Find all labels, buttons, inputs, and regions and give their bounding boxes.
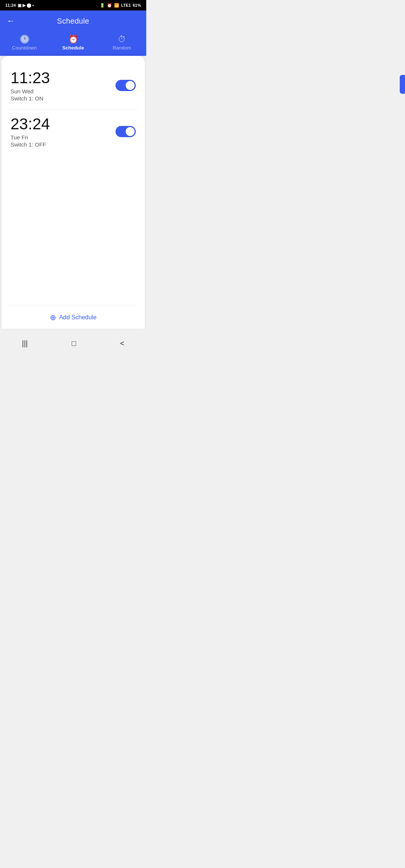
schedule-days-2: Tue Fri xyxy=(10,134,116,141)
schedule-item-1: 11:23 Sun Wed Switch 1: ON xyxy=(9,63,137,109)
page-title: Schedule xyxy=(57,17,89,25)
home-button[interactable]: □ xyxy=(64,337,84,350)
countdown-icon: 🕐 xyxy=(20,35,30,43)
battery-icon: 🔋 xyxy=(100,3,105,8)
toggle-thumb-1 xyxy=(126,81,135,90)
status-right: 🔋 ⏰ 📶 LTE1 61% xyxy=(100,3,141,8)
status-bar: 11:24 ▣ ▶ ⬤ • 🔋 ⏰ 📶 LTE1 61% xyxy=(0,0,146,10)
schedule-switch-label-1: Switch 1: ON xyxy=(10,95,116,102)
schedule-days-1: Sun Wed xyxy=(10,88,116,94)
tab-countdown-label: Countdown xyxy=(12,45,37,51)
schedule-time-2: 23:24 xyxy=(10,115,116,133)
signal-label: LTE1 xyxy=(121,3,131,7)
add-icon: ⊕ xyxy=(50,314,56,321)
random-icon: ⏱ xyxy=(118,35,126,43)
add-schedule-label: Add Schedule xyxy=(59,314,97,321)
wifi-icon: 📶 xyxy=(114,3,119,8)
tab-random-label: Random xyxy=(112,45,131,51)
tab-countdown[interactable]: 🕐 Countdown xyxy=(9,35,39,51)
schedule-time-1: 11:23 xyxy=(10,69,116,87)
toggle-track-1[interactable] xyxy=(116,80,136,91)
toggle-1[interactable] xyxy=(116,80,136,91)
tab-schedule[interactable]: ⏰ Schedule xyxy=(58,35,88,51)
schedule-info-2: 23:24 Tue Fri Switch 1: OFF xyxy=(10,115,116,148)
main-card: 11:23 Sun Wed Switch 1: ON 23:24 Tue Fri… xyxy=(2,56,145,329)
status-time: 11:24 xyxy=(5,3,16,7)
back-button[interactable]: ← xyxy=(7,16,15,26)
app-header: ← Schedule xyxy=(0,10,146,31)
tab-schedule-label: Schedule xyxy=(62,45,84,51)
schedule-switch-label-2: Switch 1: OFF xyxy=(10,141,116,148)
toggle-track-2[interactable] xyxy=(116,126,136,137)
status-icons: ▣ ▶ ⬤ • xyxy=(18,3,34,8)
tab-random[interactable]: ⏱ Random xyxy=(107,35,137,51)
alarm-icon: ⏰ xyxy=(107,3,112,8)
status-left: 11:24 ▣ ▶ ⬤ • xyxy=(5,3,34,8)
battery-level: 61% xyxy=(133,3,141,7)
back-nav-button[interactable]: < xyxy=(112,337,132,350)
toggle-2[interactable] xyxy=(116,126,136,137)
schedule-item-2: 23:24 Tue Fri Switch 1: OFF xyxy=(9,109,137,155)
schedule-info-1: 11:23 Sun Wed Switch 1: ON xyxy=(10,69,116,102)
add-schedule-button[interactable]: ⊕ Add Schedule xyxy=(9,305,137,329)
nav-bar: ||| □ < xyxy=(0,332,146,355)
recent-apps-button[interactable]: ||| xyxy=(14,337,35,350)
toggle-thumb-2 xyxy=(126,127,135,136)
tab-bar: 🕐 Countdown ⏰ Schedule ⏱ Random xyxy=(0,31,146,56)
schedule-icon: ⏰ xyxy=(68,35,78,43)
